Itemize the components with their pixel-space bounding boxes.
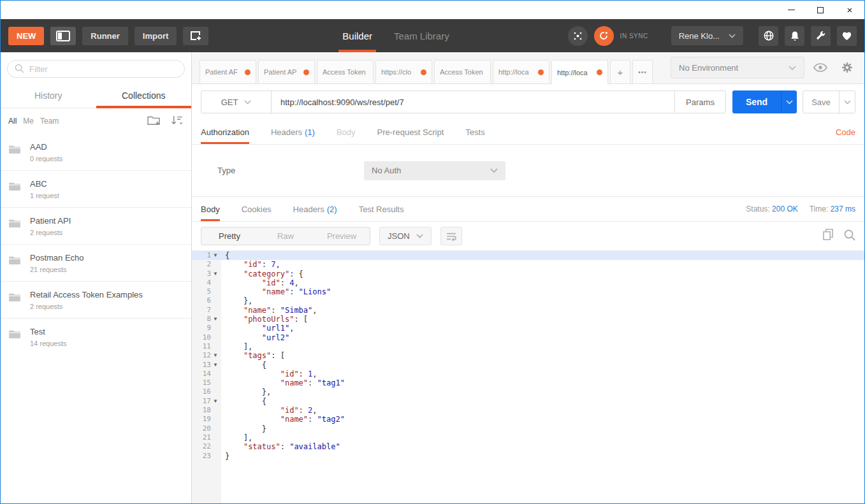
scope-team[interactable]: Team: [40, 117, 59, 126]
environment-value: No Environment: [679, 63, 738, 73]
user-menu[interactable]: Rene Klo...: [671, 26, 743, 45]
sync-status-button[interactable]: [594, 26, 614, 46]
code-text: ],: [221, 433, 864, 442]
tab-history[interactable]: History: [1, 83, 96, 108]
collection-item[interactable]: Patient API2 requests: [1, 207, 191, 244]
send-options-button[interactable]: [781, 90, 797, 113]
copy-response-button[interactable]: [823, 229, 834, 243]
tab-response-body[interactable]: Body: [201, 197, 220, 221]
save-options-button[interactable]: [839, 91, 855, 113]
unsaved-dot-icon: [303, 69, 309, 75]
add-tab-button[interactable]: +: [610, 60, 630, 83]
sort-collections-button[interactable]: [171, 115, 184, 127]
view-mode-raw[interactable]: Raw: [258, 227, 314, 245]
request-tab[interactable]: Access Token (w: [317, 60, 374, 83]
favorites-button[interactable]: [837, 26, 857, 46]
tab-label: http://loca: [498, 68, 535, 76]
line-number: 8: [192, 315, 211, 324]
tab-test-results[interactable]: Test Results: [359, 197, 404, 221]
line-number: 17: [192, 397, 211, 406]
code-text: "url1",: [221, 324, 864, 333]
new-window-button[interactable]: [183, 27, 208, 45]
view-mode-preview[interactable]: Preview: [314, 227, 370, 245]
environment-select[interactable]: No Environment: [671, 57, 804, 78]
scope-all[interactable]: All: [8, 117, 17, 126]
line-number: 23: [192, 452, 211, 461]
request-tab[interactable]: https://clo: [375, 60, 432, 83]
fold-arrow-icon[interactable]: ▼: [211, 270, 220, 278]
new-button[interactable]: NEW: [8, 27, 44, 45]
view-mode-pretty[interactable]: Pretty: [201, 227, 258, 245]
tab-tests[interactable]: Tests: [465, 120, 484, 144]
settings-tools-button[interactable]: [811, 26, 831, 46]
tab-authorization[interactable]: Authorization: [201, 120, 249, 144]
nav-builder[interactable]: Builder: [342, 19, 372, 52]
runner-button[interactable]: Runner: [82, 27, 128, 45]
fold-arrow-icon[interactable]: ▼: [211, 361, 220, 370]
tab-prerequest-script[interactable]: Pre-request Script: [377, 120, 444, 144]
collection-item[interactable]: ABC1 request: [1, 170, 191, 207]
close-button[interactable]: ×: [835, 1, 864, 19]
interceptor-button[interactable]: [759, 26, 778, 46]
search-response-button[interactable]: [844, 229, 855, 243]
filter-search-icon: [15, 64, 24, 76]
collection-name: Patient API: [30, 216, 71, 226]
generate-code-link[interactable]: Code: [836, 127, 855, 137]
tab-label: http://loca: [557, 69, 594, 76]
code-line: 4 "id": 4,: [192, 278, 864, 287]
auth-type-select[interactable]: No Auth: [364, 161, 505, 180]
more-tabs-button[interactable]: •••: [632, 60, 653, 83]
send-button[interactable]: Send: [732, 90, 781, 113]
line-number: 22: [192, 442, 211, 451]
code-line: 22 "status": "available": [192, 442, 864, 451]
url-input[interactable]: http://localhost:9090/ws/rest/pet/7: [272, 91, 674, 113]
time-label: Time:: [810, 205, 829, 213]
notifications-button[interactable]: [785, 26, 804, 46]
wrap-lines-button[interactable]: [440, 227, 462, 245]
collection-item[interactable]: Postman Echo21 requests: [1, 244, 191, 281]
nav-team-library[interactable]: Team Library: [394, 19, 449, 52]
params-button[interactable]: Params: [674, 91, 725, 113]
environment-quicklook-button[interactable]: [810, 57, 831, 78]
import-button[interactable]: Import: [134, 27, 177, 45]
environment-settings-button[interactable]: [836, 57, 858, 78]
code-line: 1▼{: [192, 251, 864, 260]
proxy-capture-button[interactable]: [568, 26, 588, 46]
method-select[interactable]: GET: [201, 91, 272, 113]
collection-item[interactable]: AAD0 requests: [1, 134, 191, 170]
open-tabs: Patient AFPatient APAccess Token (whttps…: [200, 60, 610, 83]
tab-response-headers[interactable]: Headers (2): [293, 197, 337, 221]
fold-arrow-icon[interactable]: ▼: [211, 251, 220, 260]
code-text: }: [221, 452, 864, 461]
maximize-button[interactable]: [806, 1, 835, 19]
sidebar-toggle-button[interactable]: [50, 27, 76, 45]
tab-response-cookies[interactable]: Cookies: [242, 197, 272, 221]
headers-count-badge: (1): [305, 127, 315, 137]
status-value: 200 OK: [772, 205, 798, 213]
request-tab[interactable]: Patient AF: [200, 60, 256, 83]
filter-input[interactable]: [7, 60, 185, 78]
tab-headers[interactable]: Headers (1): [271, 120, 315, 144]
add-collection-button[interactable]: [147, 115, 161, 127]
format-select[interactable]: JSON: [379, 227, 432, 245]
request-tab[interactable]: Access Token (w: [434, 60, 491, 83]
request-tab[interactable]: Patient AP: [258, 60, 315, 83]
fold-arrow-icon[interactable]: ▼: [211, 397, 220, 406]
minimize-button[interactable]: [776, 1, 806, 19]
collection-item[interactable]: Test14 requests: [1, 318, 191, 355]
tab-body[interactable]: Body: [337, 120, 356, 144]
authorization-panel: Type No Auth: [192, 145, 864, 197]
code-line: 11 ],: [192, 342, 864, 351]
tab-headers-label: Headers: [271, 127, 302, 137]
tab-collections[interactable]: Collections: [96, 83, 192, 108]
code-text: "photoUrls": [: [221, 315, 864, 324]
fold-arrow-icon[interactable]: ▼: [211, 315, 220, 324]
save-button[interactable]: Save: [803, 91, 839, 113]
response-body-editor[interactable]: 1▼{2 "id": 7,3▼ "category": {4 "id": 4,5…: [192, 250, 864, 503]
eye-icon: [813, 63, 827, 72]
request-tab[interactable]: http://loca: [551, 60, 608, 84]
request-tab[interactable]: http://loca: [493, 60, 549, 83]
collection-item[interactable]: Retail Access Token Examples2 requests: [1, 281, 191, 318]
scope-me[interactable]: Me: [23, 117, 34, 126]
fold-arrow-icon[interactable]: ▼: [211, 351, 220, 360]
